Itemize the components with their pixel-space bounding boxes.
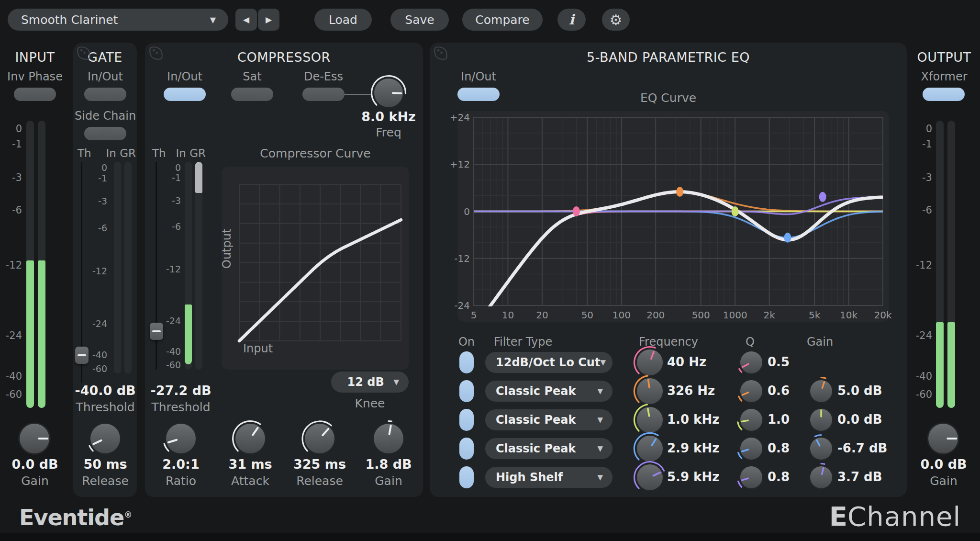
gate-release-value: 50 ms <box>72 457 139 472</box>
preset-next-button[interactable]: ▶ <box>258 9 279 31</box>
eq-band-4-enable-toggle[interactable] <box>459 438 474 460</box>
eq-band-3-gain-knob[interactable] <box>806 405 836 435</box>
gate-sidechain-toggle[interactable] <box>84 127 126 140</box>
eq-band-4-q-value: 0.8 <box>768 441 806 455</box>
output-meter-fill <box>936 322 944 408</box>
eq-band-2-filter-type-select[interactable]: Classic Peak▼ <box>485 381 612 402</box>
output-meter-scale-label: 0 <box>903 123 932 135</box>
eq-band-4-filter-type-select[interactable]: Classic Peak▼ <box>485 438 612 459</box>
eq-band-2-enable-toggle[interactable] <box>459 380 474 402</box>
info-button[interactable]: i <box>557 9 586 31</box>
chevron-down-icon: ▼ <box>597 473 612 482</box>
eq-band-3-handle[interactable] <box>732 206 739 216</box>
input-gain-value: 0.0 dB <box>1 457 69 472</box>
comp-attack-knob[interactable] <box>231 419 269 458</box>
comp-attack-value: 31 ms <box>217 457 284 472</box>
eq-band-1-filter-type-select[interactable]: 12dB/Oct Lo Cut▼ <box>485 352 612 373</box>
comp-gain-knob[interactable] <box>369 419 408 458</box>
eq-band-5-filter-type-select[interactable]: High Shelf▼ <box>485 467 612 488</box>
eq-band-4-q-knob[interactable] <box>736 433 767 464</box>
gate-threshold-value: -40.0 dB <box>72 383 139 398</box>
eq-band-4-gain-knob[interactable] <box>806 433 836 464</box>
eq-band-1-q-value: 0.5 <box>768 355 806 369</box>
eq-band-4-frequency-value: 2.9 kHz <box>667 441 739 455</box>
comp-ratio-knob[interactable] <box>162 419 200 458</box>
chevron-down-icon: ▼ <box>210 15 228 24</box>
eq-x-tick: 200 <box>646 309 665 321</box>
load-button[interactable]: Load <box>314 9 372 31</box>
input-meter-scale-label: 0 <box>0 123 22 135</box>
eq-band-2-q-knob[interactable] <box>736 376 767 406</box>
eq-x-tick: 10k <box>840 309 858 321</box>
eq-band-5-gain-knob[interactable] <box>806 462 836 493</box>
deess-freq-knob[interactable] <box>370 74 407 112</box>
preset-selector[interactable]: Smooth Clarinet ▼ <box>8 9 228 31</box>
chevron-down-icon: ▼ <box>600 358 615 367</box>
gate-meter-scale-label: -6 <box>78 223 107 233</box>
output-meter-scale-label: -1 <box>903 138 932 150</box>
input-meter-scale-label: -60 <box>0 389 22 400</box>
output-gain-knob[interactable] <box>924 419 962 458</box>
eq-band-5-enable-toggle[interactable] <box>459 466 474 488</box>
eq-y-tick: -12 <box>454 253 470 264</box>
echannel-logo: EChannel <box>790 501 961 532</box>
comp-inout-toggle[interactable] <box>164 88 206 101</box>
eq-leaf-icon <box>433 45 448 61</box>
comp-deess-toggle[interactable] <box>302 88 345 101</box>
eq-x-tick: 20k <box>874 309 891 321</box>
comp-meter-fill <box>185 304 192 364</box>
output-meter-scale-label: -12 <box>903 259 932 271</box>
eq-band-2-gain-knob[interactable] <box>806 376 836 406</box>
input-meter-fill <box>38 260 45 408</box>
gate-release-knob[interactable] <box>86 419 124 458</box>
input-inv-phase-toggle[interactable] <box>14 88 56 101</box>
save-button[interactable]: Save <box>390 9 449 31</box>
comp-release-knob[interactable] <box>301 419 339 458</box>
eq-y-tick: 0 <box>464 206 470 217</box>
output-xformer-toggle[interactable] <box>923 88 965 101</box>
eq-band-5-frequency-knob[interactable] <box>633 460 667 495</box>
gate-meter-scale-label: -24 <box>78 318 107 329</box>
eq-band-4-handle[interactable] <box>784 233 791 243</box>
output-gain-label: Gain <box>910 474 978 488</box>
compressor-title: COMPRESSOR <box>145 50 423 65</box>
knee-select[interactable]: 12 dB ▼ <box>331 372 409 393</box>
gate-sidechain-label: Side Chain <box>75 109 136 123</box>
eventide-logo: Eventide® <box>19 505 132 530</box>
input-gain-label: Gain <box>1 474 69 488</box>
eq-band-2-handle[interactable] <box>676 187 683 197</box>
eq-band-3-filter-type-select[interactable]: Classic Peak▼ <box>485 409 612 430</box>
input-title: INPUT <box>1 50 69 65</box>
eq-y-tick: +12 <box>450 158 470 170</box>
compare-button[interactable]: Compare <box>462 9 543 31</box>
eq-band-5-q-knob[interactable] <box>736 462 767 493</box>
comp-sat-toggle[interactable] <box>231 88 273 101</box>
input-meter-scale-label: -6 <box>0 204 22 216</box>
comp-release-label: Release <box>286 474 353 488</box>
eq-x-tick: 50 <box>581 309 593 321</box>
eq-x-tick: 20 <box>536 309 548 321</box>
eq-band-5-handle[interactable] <box>819 192 826 202</box>
eq-title: 5-BAND PARAMETRIC EQ <box>430 50 907 65</box>
comp-meter-scale-label: 0 <box>152 162 181 173</box>
eq-band-1-enable-toggle[interactable] <box>459 351 474 373</box>
output-title: OUTPUT <box>910 50 978 65</box>
comp-gain-label: Gain <box>355 474 422 488</box>
input-meter-fill <box>26 260 34 408</box>
chevron-down-icon: ▼ <box>597 416 612 424</box>
settings-button[interactable]: ⚙ <box>602 9 630 31</box>
gate-meter-scale-label: 0 <box>78 162 107 173</box>
eq-band-1-handle[interactable] <box>573 206 580 216</box>
output-meter-scale-label: -24 <box>903 330 932 341</box>
eq-band-1-q-knob[interactable] <box>736 347 767 378</box>
preset-prev-button[interactable]: ◀ <box>235 9 257 31</box>
gate-inout-toggle[interactable] <box>84 88 126 101</box>
comp-meter-scale-label: -40 <box>152 346 181 357</box>
eq-band-3-enable-toggle[interactable] <box>459 409 474 431</box>
input-meter-scale-label: -24 <box>0 330 22 341</box>
eq-x-tick: 2k <box>763 309 775 321</box>
input-phase-label: Inv Phase <box>0 70 70 83</box>
eq-band-3-q-knob[interactable] <box>736 405 767 435</box>
input-gain-knob[interactable] <box>15 419 54 458</box>
eq-band-2-filter-type-value: Classic Peak <box>485 384 597 398</box>
